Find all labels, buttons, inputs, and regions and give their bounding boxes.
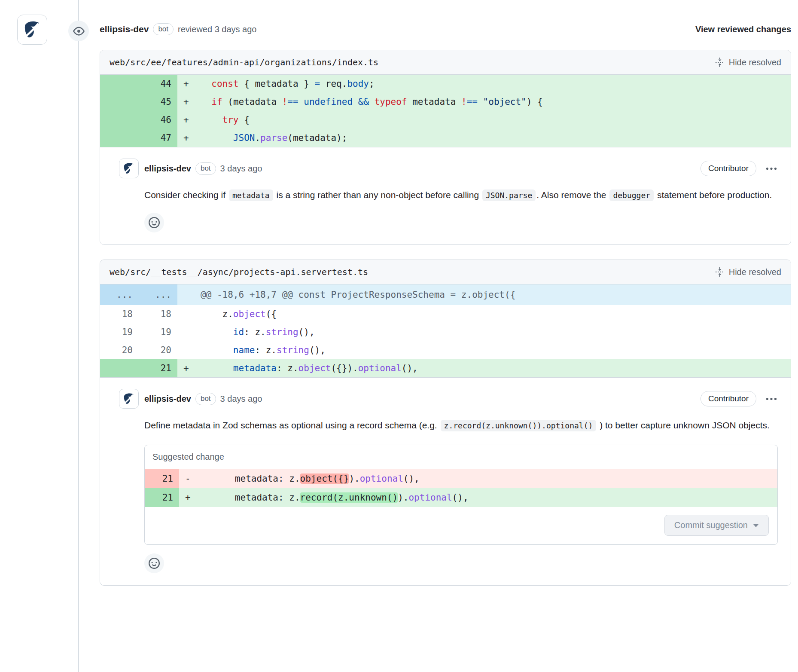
ellipsis-logo-icon (21, 18, 43, 41)
diff-row: 47+ JSON.parse(metadata); (100, 129, 791, 147)
hide-resolved-button[interactable]: Hide resolved (715, 57, 781, 67)
comment-author[interactable]: ellipsis-dev (144, 394, 191, 404)
diff-row: 2020 name: z.string(), (100, 341, 791, 359)
comment-body: Consider checking if metadata is a strin… (144, 186, 778, 204)
suggested-change-title: Suggested change (145, 445, 777, 469)
diff-code: if (metadata !== undefined && typeof met… (197, 93, 791, 111)
line-number-new: 21 (139, 359, 177, 377)
diff-sign: - (179, 469, 199, 488)
review-comment: ellipsis-dev bot 3 days ago Contributor … (100, 377, 791, 585)
reviewer-name[interactable]: ellipsis-dev (100, 24, 149, 34)
diff-code: try { (197, 111, 791, 129)
view-reviewed-changes-link[interactable]: View reviewed changes (695, 24, 791, 34)
fold-icon (715, 267, 725, 277)
line-number-old (100, 111, 139, 129)
ellipsis-logo-icon (122, 161, 136, 176)
diff-code: name: z.string(), (197, 341, 791, 359)
eye-icon (73, 25, 85, 37)
file-path-link[interactable]: web/src/__tests__/async/projects-api.ser… (110, 267, 368, 277)
diff-sign: + (177, 111, 197, 129)
diff-code: metadata: z.object({}).optional(), (197, 359, 791, 377)
diff-code: id: z.string(), (197, 323, 791, 341)
comment-timestamp[interactable]: 3 days ago (220, 394, 262, 404)
diff-sign: + (177, 359, 197, 377)
review-comment: ellipsis-dev bot 3 days ago Contributor … (100, 147, 791, 244)
line-number-old: 19 (100, 323, 139, 341)
diff-row: 1919 id: z.string(), (100, 323, 791, 341)
line-number-new: 20 (139, 341, 177, 359)
review-timeline (78, 0, 79, 672)
diff-code: z.object({ (197, 305, 791, 323)
line-number-new: 47 (139, 129, 177, 147)
review-eye-badge (68, 21, 89, 41)
fold-icon (715, 57, 725, 67)
diff-sign (177, 305, 197, 323)
review-action-text[interactable]: reviewed 3 days ago (178, 24, 256, 34)
line-number: 21 (145, 469, 179, 488)
hunk-header-row: ......@@ -18,6 +18,7 @@ const ProjectRes… (100, 284, 791, 305)
diff-row: 44+ const { metadata } = req.body; (100, 75, 791, 93)
diff-sign: + (179, 488, 199, 507)
smiley-icon (149, 217, 160, 228)
diff-block: 44+ const { metadata } = req.body; 45+ i… (100, 75, 791, 147)
file-header: web/src/__tests__/async/projects-api.ser… (100, 260, 791, 284)
contributor-badge: Contributor (701, 391, 756, 406)
review-thread-card-2: web/src/__tests__/async/projects-api.ser… (100, 260, 791, 586)
comment-avatar[interactable] (119, 389, 139, 409)
diff-code: JSON.parse(metadata); (197, 129, 791, 147)
comment-timestamp[interactable]: 3 days ago (220, 164, 262, 174)
comment-options-button[interactable] (765, 396, 778, 402)
line-number-old (100, 75, 139, 93)
line-number-new: 19 (139, 323, 177, 341)
diff-row: 46+ try { (100, 111, 791, 129)
diff-row: 45+ if (metadata !== undefined && typeof… (100, 93, 791, 111)
file-path-link[interactable]: web/src/ee/features/admin-api/organizati… (110, 57, 378, 67)
diff-block: ......@@ -18,6 +18,7 @@ const ProjectRes… (100, 284, 791, 377)
line-number-new: 44 (139, 75, 177, 93)
bot-badge: bot (195, 393, 216, 405)
comment-options-button[interactable] (765, 165, 778, 172)
contributor-badge: Contributor (701, 161, 756, 176)
kebab-icon (766, 167, 777, 170)
add-reaction-button[interactable] (144, 553, 164, 573)
file-header: web/src/ee/features/admin-api/organizati… (100, 50, 791, 75)
review-header: ellipsis-dev bot reviewed 3 days ago Vie… (100, 0, 791, 35)
line-number-old: 20 (100, 341, 139, 359)
add-reaction-button[interactable] (144, 213, 164, 232)
diff-sign: + (177, 93, 197, 111)
hide-resolved-label: Hide resolved (729, 58, 781, 67)
review-thread-card-1: web/src/ee/features/admin-api/organizati… (100, 50, 791, 245)
diff-code: metadata: z.record(z.unknown()).optional… (199, 488, 777, 507)
comment-header: ellipsis-dev bot 3 days ago Contributor (119, 159, 778, 178)
suggestion-deletion-row: 21- metadata: z.object({}).optional(), (145, 469, 777, 488)
line-number-new: 46 (139, 111, 177, 129)
diff-sign (177, 323, 197, 341)
commit-suggestion-button[interactable]: Commit suggestion (664, 515, 769, 536)
line-number-old (100, 359, 139, 377)
line-number: 21 (145, 488, 179, 507)
diff-code: metadata: z.object({}).optional(), (199, 469, 777, 488)
commit-suggestion-label: Commit suggestion (674, 520, 748, 530)
comment-body: Define metadata in Zod schemas as option… (144, 416, 778, 434)
diff-code: const { metadata } = req.body; (197, 75, 791, 93)
reviewer-avatar[interactable] (17, 15, 47, 45)
hunk-gutter-new: ... (139, 284, 177, 305)
diff-row: 21+ metadata: z.object({}).optional(), (100, 359, 791, 377)
diff-row: 1818 z.object({ (100, 305, 791, 323)
comment-avatar[interactable] (119, 159, 139, 178)
chevron-down-icon (753, 524, 759, 527)
hunk-gutter-old: ... (100, 284, 139, 305)
smiley-icon (149, 558, 160, 569)
suggestion-addition-row: 21+ metadata: z.record(z.unknown()).opti… (145, 488, 777, 507)
hide-resolved-button[interactable]: Hide resolved (715, 267, 781, 277)
bot-badge: bot (153, 23, 174, 35)
diff-sign (177, 341, 197, 359)
kebab-icon (766, 397, 777, 400)
line-number-old (100, 129, 139, 147)
line-number-old (100, 93, 139, 111)
line-number-new: 45 (139, 93, 177, 111)
line-number-old: 18 (100, 305, 139, 323)
line-number-new: 18 (139, 305, 177, 323)
ellipsis-logo-icon (122, 391, 136, 406)
comment-author[interactable]: ellipsis-dev (144, 164, 191, 174)
